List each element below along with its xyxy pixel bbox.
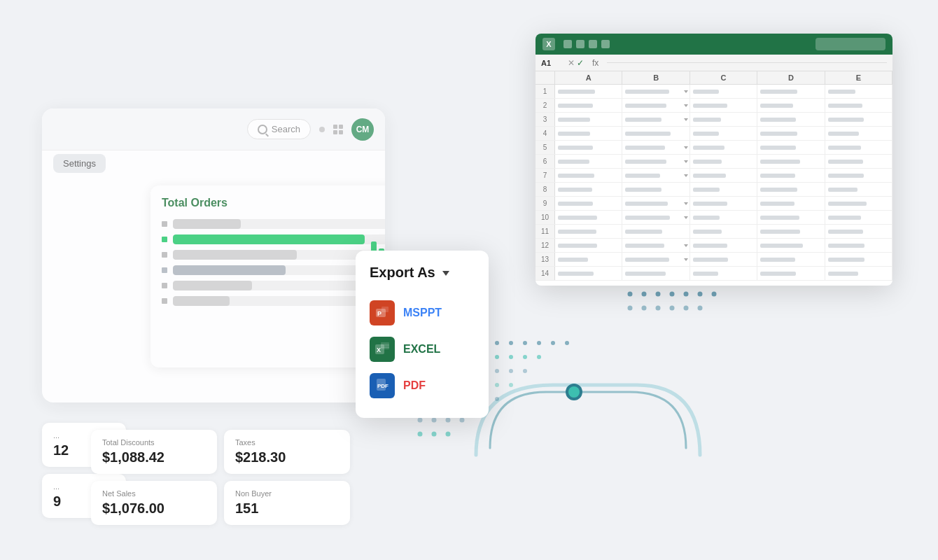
- col-header-b[interactable]: B: [622, 71, 690, 84]
- cell-r5-c4[interactable]: [825, 141, 892, 154]
- cell-r5-c0[interactable]: [555, 141, 622, 154]
- cell-r4-c1[interactable]: [622, 127, 690, 140]
- cell-r11-c4[interactable]: [825, 225, 892, 238]
- cell-r8-c4[interactable]: [825, 183, 892, 196]
- cell-r2-c1[interactable]: [622, 99, 690, 112]
- table-row[interactable]: 14: [536, 267, 892, 281]
- search-bar[interactable]: Search: [247, 119, 311, 139]
- cell-r6-c3[interactable]: [757, 155, 825, 168]
- cell-r5-c3[interactable]: [757, 141, 825, 154]
- cell-r9-c4[interactable]: [825, 197, 892, 210]
- dropdown-arrow-icon[interactable]: [684, 216, 688, 219]
- cell-r6-c0[interactable]: [555, 155, 622, 168]
- dropdown-arrow-icon[interactable]: [684, 202, 688, 205]
- export-item-pdf[interactable]: PDF PDF: [370, 368, 477, 404]
- dropdown-arrow-icon[interactable]: [684, 174, 688, 177]
- cell-r12-c0[interactable]: [555, 239, 622, 252]
- dropdown-arrow-icon[interactable]: [684, 118, 688, 121]
- cell-r9-c1[interactable]: [622, 197, 690, 210]
- cell-r14-c4[interactable]: [825, 267, 892, 280]
- cell-r10-c2[interactable]: [690, 211, 757, 224]
- cell-r2-c4[interactable]: [825, 99, 892, 112]
- cell-r5-c2[interactable]: [690, 141, 757, 154]
- cell-r9-c3[interactable]: [757, 197, 825, 210]
- cell-r10-c4[interactable]: [825, 211, 892, 224]
- cell-r6-c2[interactable]: [690, 155, 757, 168]
- cell-r6-c1[interactable]: [622, 155, 690, 168]
- settings-tab[interactable]: Settings: [53, 154, 106, 173]
- cell-r4-c2[interactable]: [690, 127, 757, 140]
- cell-r12-c1[interactable]: [622, 239, 690, 252]
- table-row[interactable]: 10: [536, 211, 892, 225]
- table-row[interactable]: 1: [536, 85, 892, 99]
- table-row[interactable]: 12: [536, 239, 892, 253]
- cell-r1-c4[interactable]: [825, 85, 892, 98]
- table-row[interactable]: 2: [536, 99, 892, 113]
- cell-r4-c4[interactable]: [825, 127, 892, 140]
- table-row[interactable]: 13: [536, 253, 892, 267]
- table-row[interactable]: 5: [536, 141, 892, 155]
- table-row[interactable]: 11: [536, 225, 892, 239]
- dropdown-arrow-icon[interactable]: [684, 160, 688, 163]
- cell-r1-c0[interactable]: [555, 85, 622, 98]
- cell-r9-c0[interactable]: [555, 197, 622, 210]
- table-row[interactable]: 3: [536, 113, 892, 127]
- cell-r3-c3[interactable]: [757, 113, 825, 126]
- cell-r14-c0[interactable]: [555, 267, 622, 280]
- cell-r8-c3[interactable]: [757, 183, 825, 196]
- chevron-down-icon[interactable]: [442, 271, 449, 276]
- cell-r2-c0[interactable]: [555, 99, 622, 112]
- cell-r7-c0[interactable]: [555, 169, 622, 182]
- cell-r2-c2[interactable]: [690, 99, 757, 112]
- cell-r4-c3[interactable]: [757, 127, 825, 140]
- table-row[interactable]: 8: [536, 183, 892, 197]
- cell-r3-c0[interactable]: [555, 113, 622, 126]
- cell-r3-c1[interactable]: [622, 113, 690, 126]
- col-header-a[interactable]: A: [555, 71, 622, 84]
- cell-r10-c1[interactable]: [622, 211, 690, 224]
- dropdown-arrow-icon[interactable]: [684, 244, 688, 247]
- cell-r1-c1[interactable]: [622, 85, 690, 98]
- cell-r12-c2[interactable]: [690, 239, 757, 252]
- cell-r3-c4[interactable]: [825, 113, 892, 126]
- col-header-e[interactable]: E: [825, 71, 892, 84]
- cell-r13-c0[interactable]: [555, 253, 622, 266]
- cell-r2-c3[interactable]: [757, 99, 825, 112]
- cell-r11-c2[interactable]: [690, 225, 757, 238]
- cell-r13-c4[interactable]: [825, 253, 892, 266]
- cell-r5-c1[interactable]: [622, 141, 690, 154]
- dropdown-arrow-icon[interactable]: [684, 146, 688, 149]
- cell-r7-c2[interactable]: [690, 169, 757, 182]
- cell-r12-c3[interactable]: [757, 239, 825, 252]
- cell-r1-c2[interactable]: [690, 85, 757, 98]
- excel-search-bar[interactable]: [816, 38, 886, 50]
- cell-r11-c1[interactable]: [622, 225, 690, 238]
- cell-r10-c0[interactable]: [555, 211, 622, 224]
- cell-r6-c4[interactable]: [825, 155, 892, 168]
- cell-r8-c0[interactable]: [555, 183, 622, 196]
- table-row[interactable]: 9: [536, 197, 892, 211]
- cell-r7-c4[interactable]: [825, 169, 892, 182]
- cell-r13-c2[interactable]: [690, 253, 757, 266]
- cell-r1-c3[interactable]: [757, 85, 825, 98]
- dropdown-arrow-icon[interactable]: [684, 258, 688, 261]
- table-row[interactable]: 7: [536, 169, 892, 183]
- dropdown-arrow-icon[interactable]: [684, 104, 688, 107]
- cell-r3-c2[interactable]: [690, 113, 757, 126]
- cell-r14-c1[interactable]: [622, 267, 690, 280]
- col-header-d[interactable]: D: [757, 71, 825, 84]
- export-item-excel[interactable]: X EXCEL: [370, 331, 477, 368]
- table-row[interactable]: 4: [536, 127, 892, 141]
- cell-r8-c1[interactable]: [622, 183, 690, 196]
- cell-r10-c3[interactable]: [757, 211, 825, 224]
- cell-r13-c3[interactable]: [757, 253, 825, 266]
- cell-r4-c0[interactable]: [555, 127, 622, 140]
- cell-r9-c2[interactable]: [690, 197, 757, 210]
- cell-r14-c2[interactable]: [690, 267, 757, 280]
- cell-r8-c2[interactable]: [690, 183, 757, 196]
- cell-r13-c1[interactable]: [622, 253, 690, 266]
- cell-r14-c3[interactable]: [757, 267, 825, 280]
- cell-r11-c3[interactable]: [757, 225, 825, 238]
- dropdown-arrow-icon[interactable]: [684, 90, 688, 93]
- table-row[interactable]: 6: [536, 155, 892, 169]
